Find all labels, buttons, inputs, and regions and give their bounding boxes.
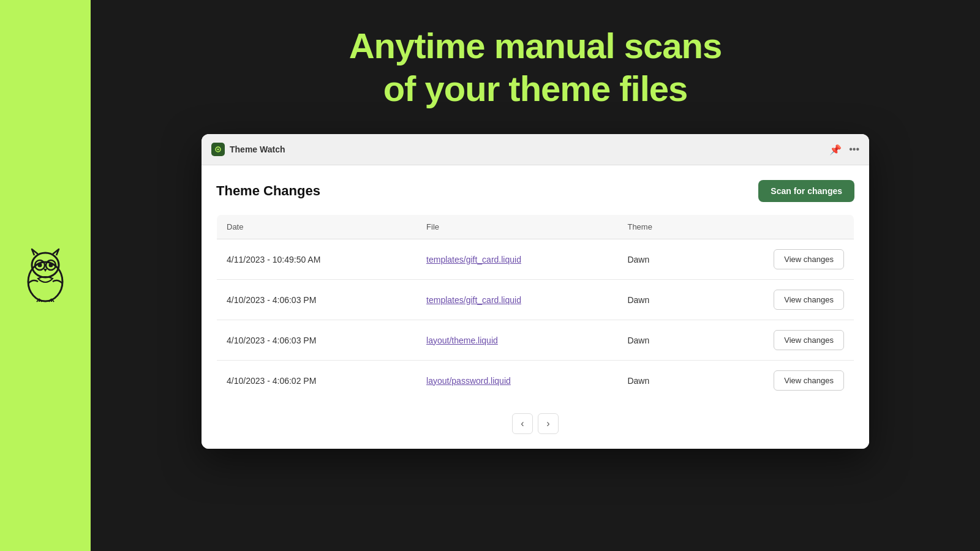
- cell-theme: Dawn: [617, 280, 695, 320]
- col-header-theme: Theme: [617, 215, 695, 239]
- view-changes-button[interactable]: View changes: [774, 370, 844, 391]
- cell-action: View changes: [696, 361, 854, 401]
- svg-point-3: [38, 263, 42, 268]
- cell-date: 4/10/2023 - 4:06:03 PM: [217, 280, 417, 320]
- hero-title: Anytime manual scans of your theme files: [349, 24, 722, 110]
- col-header-actions: [696, 215, 854, 239]
- app-icon: [211, 143, 225, 156]
- pin-icon[interactable]: 📌: [829, 144, 842, 156]
- file-link[interactable]: templates/gift_card.liquid: [426, 295, 521, 305]
- file-link[interactable]: layout/theme.liquid: [426, 335, 498, 345]
- view-changes-button[interactable]: View changes: [774, 249, 844, 269]
- section-header: Theme Changes Scan for changes: [216, 180, 854, 202]
- cell-date: 4/11/2023 - 10:49:50 AM: [217, 239, 417, 280]
- cell-date: 4/10/2023 - 4:06:03 PM: [217, 320, 417, 361]
- app-window: Theme Watch 📌 ••• Theme Changes Scan for…: [202, 134, 869, 449]
- changes-table: Date File Theme 4/11/2023 - 10:49:50 AMt…: [216, 214, 854, 401]
- cell-theme: Dawn: [617, 239, 695, 280]
- table-header: Date File Theme: [217, 215, 854, 239]
- table-row: 4/10/2023 - 4:06:03 PMtemplates/gift_car…: [217, 280, 854, 320]
- file-link[interactable]: layout/password.liquid: [426, 376, 511, 386]
- owl-logo: [21, 248, 70, 303]
- main-content: Anytime manual scans of your theme files…: [91, 0, 980, 551]
- scan-for-changes-button[interactable]: Scan for changes: [758, 180, 854, 202]
- cell-action: View changes: [696, 239, 854, 280]
- section-title: Theme Changes: [216, 183, 320, 199]
- col-header-file: File: [417, 215, 617, 239]
- cell-file: templates/gift_card.liquid: [417, 280, 617, 320]
- cell-theme: Dawn: [617, 361, 695, 401]
- cell-theme: Dawn: [617, 320, 695, 361]
- titlebar-left: Theme Watch: [211, 143, 285, 156]
- window-body: Theme Changes Scan for changes Date File…: [202, 165, 869, 449]
- svg-point-8: [217, 149, 219, 151]
- table-row: 4/10/2023 - 4:06:02 PMlayout/password.li…: [217, 361, 854, 401]
- svg-point-5: [49, 263, 53, 268]
- cell-action: View changes: [696, 280, 854, 320]
- cell-file: templates/gift_card.liquid: [417, 239, 617, 280]
- table-body: 4/11/2023 - 10:49:50 AMtemplates/gift_ca…: [217, 239, 854, 401]
- file-link[interactable]: templates/gift_card.liquid: [426, 255, 521, 264]
- pagination: ‹ ›: [216, 413, 854, 434]
- cell-file: layout/theme.liquid: [417, 320, 617, 361]
- view-changes-button[interactable]: View changes: [774, 330, 844, 350]
- table-row: 4/11/2023 - 10:49:50 AMtemplates/gift_ca…: [217, 239, 854, 280]
- cell-file: layout/password.liquid: [417, 361, 617, 401]
- sidebar: [0, 0, 91, 551]
- table-row: 4/10/2023 - 4:06:03 PMlayout/theme.liqui…: [217, 320, 854, 361]
- prev-page-button[interactable]: ‹: [512, 413, 533, 434]
- cell-date: 4/10/2023 - 4:06:02 PM: [217, 361, 417, 401]
- next-page-button[interactable]: ›: [538, 413, 559, 434]
- col-header-date: Date: [217, 215, 417, 239]
- window-titlebar: Theme Watch 📌 •••: [202, 134, 869, 165]
- more-icon[interactable]: •••: [849, 144, 859, 155]
- titlebar-right: 📌 •••: [829, 144, 859, 156]
- view-changes-button[interactable]: View changes: [774, 290, 844, 310]
- window-title: Theme Watch: [230, 144, 285, 154]
- cell-action: View changes: [696, 320, 854, 361]
